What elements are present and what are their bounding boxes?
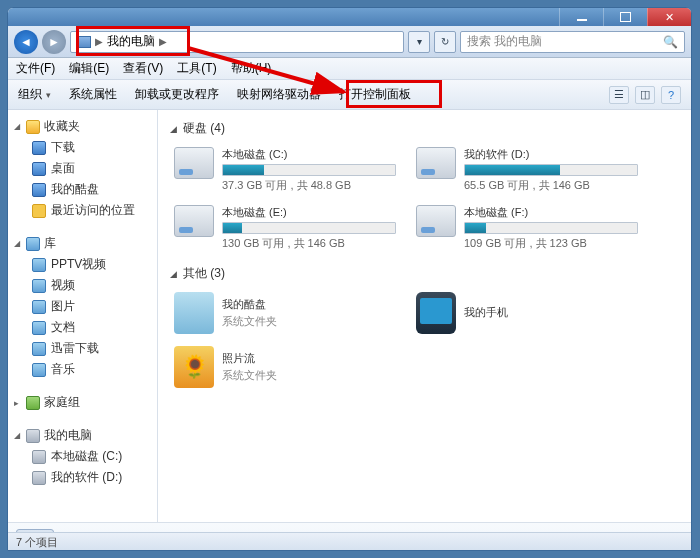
music-icon bbox=[32, 363, 46, 377]
navigation-bar: ◄ ► ▶ 我的电脑 ▶ ▾ ↻ 搜索 我的电脑 🔍 bbox=[8, 26, 691, 58]
breadcrumb-location[interactable]: 我的电脑 bbox=[107, 33, 155, 50]
star-icon bbox=[26, 120, 40, 134]
drive-icon bbox=[416, 147, 456, 179]
help-button[interactable]: ? bbox=[661, 86, 681, 104]
explorer-window: ◄ ► ▶ 我的电脑 ▶ ▾ ↻ 搜索 我的电脑 🔍 文件(F) 编辑(E) 查… bbox=[7, 7, 692, 551]
view-options-button[interactable]: ☰ bbox=[609, 86, 629, 104]
sidebar-group-favorites[interactable]: 收藏夹 bbox=[14, 118, 151, 135]
minimize-button[interactable] bbox=[559, 8, 603, 26]
other-item[interactable]: 我的手机 bbox=[412, 288, 642, 338]
organize-button[interactable]: 组织 bbox=[18, 86, 51, 103]
uninstall-programs-button[interactable]: 卸载或更改程序 bbox=[135, 86, 219, 103]
content-pane[interactable]: 硬盘 (4) 本地磁盘 (C:)37.3 GB 可用 , 共 48.8 GB我的… bbox=[158, 110, 691, 522]
search-input[interactable]: 搜索 我的电脑 🔍 bbox=[460, 31, 685, 53]
other-item[interactable]: 我的酷盘系统文件夹 bbox=[170, 288, 400, 338]
drive-item[interactable]: 本地磁盘 (F:)109 GB 可用 , 共 123 GB bbox=[412, 201, 642, 255]
other-name: 我的酷盘 bbox=[222, 297, 277, 312]
sidebar-item-drive-c[interactable]: 本地磁盘 (C:) bbox=[18, 446, 151, 467]
drive-name: 本地磁盘 (C:) bbox=[222, 147, 396, 162]
sidebar-group-computer[interactable]: 我的电脑 bbox=[14, 427, 151, 444]
sidebar-item-kupan[interactable]: 我的酷盘 bbox=[18, 179, 151, 200]
pictures-icon bbox=[32, 300, 46, 314]
sidebar-item-pptv[interactable]: PPTV视频 bbox=[18, 254, 151, 275]
back-button[interactable]: ◄ bbox=[14, 30, 38, 54]
menu-bar: 文件(F) 编辑(E) 查看(V) 工具(T) 帮助(H) bbox=[8, 58, 691, 80]
sidebar-group-libraries[interactable]: 库 bbox=[14, 235, 151, 252]
sidebar-item-pictures[interactable]: 图片 bbox=[18, 296, 151, 317]
video-icon bbox=[32, 279, 46, 293]
homegroup-icon bbox=[26, 396, 40, 410]
usage-bar bbox=[222, 164, 396, 176]
drive-name: 本地磁盘 (E:) bbox=[222, 205, 396, 220]
usage-text: 109 GB 可用 , 共 123 GB bbox=[464, 236, 638, 251]
preview-pane-button[interactable]: ◫ bbox=[635, 86, 655, 104]
other-name: 我的手机 bbox=[464, 305, 508, 320]
sidebar-item-xunlei[interactable]: 迅雷下载 bbox=[18, 338, 151, 359]
recent-icon bbox=[32, 204, 46, 218]
other-subtext: 系统文件夹 bbox=[222, 368, 277, 383]
usage-bar bbox=[464, 164, 638, 176]
breadcrumb-sep-icon: ▶ bbox=[159, 36, 167, 47]
drive-icon bbox=[174, 205, 214, 237]
documents-icon bbox=[32, 321, 46, 335]
menu-view[interactable]: 查看(V) bbox=[123, 60, 163, 77]
sidebar-group-homegroup[interactable]: 家庭组 bbox=[14, 394, 151, 411]
maximize-button[interactable] bbox=[603, 8, 647, 26]
desktop-icon bbox=[32, 162, 46, 176]
sidebar-item-videos[interactable]: 视频 bbox=[18, 275, 151, 296]
usage-bar bbox=[222, 222, 396, 234]
open-control-panel-button[interactable]: 打开控制面板 bbox=[339, 86, 411, 103]
folder-icon bbox=[174, 292, 214, 334]
computer-icon bbox=[77, 36, 91, 48]
drive-name: 我的软件 (D:) bbox=[464, 147, 638, 162]
drive-icon bbox=[174, 147, 214, 179]
map-network-drive-button[interactable]: 映射网络驱动器 bbox=[237, 86, 321, 103]
sidebar-item-documents[interactable]: 文档 bbox=[18, 317, 151, 338]
sidebar-item-drive-d[interactable]: 我的软件 (D:) bbox=[18, 467, 151, 488]
downloads-icon bbox=[32, 141, 46, 155]
sidebar-item-downloads[interactable]: 下载 bbox=[18, 137, 151, 158]
drive-name: 本地磁盘 (F:) bbox=[464, 205, 638, 220]
drive-item[interactable]: 本地磁盘 (E:)130 GB 可用 , 共 146 GB bbox=[170, 201, 400, 255]
breadcrumb-sep-icon: ▶ bbox=[95, 36, 103, 47]
titlebar bbox=[8, 8, 691, 26]
system-properties-button[interactable]: 系统属性 bbox=[69, 86, 117, 103]
address-bar[interactable]: ▶ 我的电脑 ▶ bbox=[70, 31, 404, 53]
download-icon bbox=[32, 342, 46, 356]
usage-text: 130 GB 可用 , 共 146 GB bbox=[222, 236, 396, 251]
navigation-pane[interactable]: 收藏夹 下载 桌面 我的酷盘 最近访问的位置 库 PPTV视频 视频 图片 文档… bbox=[8, 110, 158, 522]
menu-tools[interactable]: 工具(T) bbox=[177, 60, 216, 77]
forward-button[interactable]: ► bbox=[42, 30, 66, 54]
usage-text: 37.3 GB 可用 , 共 48.8 GB bbox=[222, 178, 396, 193]
usage-text: 65.5 GB 可用 , 共 146 GB bbox=[464, 178, 638, 193]
sidebar-item-desktop[interactable]: 桌面 bbox=[18, 158, 151, 179]
drive-icon bbox=[416, 205, 456, 237]
drive-item[interactable]: 我的软件 (D:)65.5 GB 可用 , 共 146 GB bbox=[412, 143, 642, 197]
video-icon bbox=[32, 258, 46, 272]
drives-grid: 本地磁盘 (C:)37.3 GB 可用 , 共 48.8 GB我的软件 (D:)… bbox=[170, 143, 679, 255]
section-others[interactable]: 其他 (3) bbox=[170, 265, 679, 282]
address-history-button[interactable]: ▾ bbox=[408, 31, 430, 53]
menu-file[interactable]: 文件(F) bbox=[16, 60, 55, 77]
section-drives[interactable]: 硬盘 (4) bbox=[170, 120, 679, 137]
libraries-icon bbox=[26, 237, 40, 251]
menu-edit[interactable]: 编辑(E) bbox=[69, 60, 109, 77]
photo-icon bbox=[174, 346, 214, 388]
others-grid: 我的酷盘系统文件夹我的手机照片流系统文件夹 bbox=[170, 288, 679, 392]
sidebar-item-music[interactable]: 音乐 bbox=[18, 359, 151, 380]
status-bar: 7 个项目 bbox=[8, 532, 691, 550]
status-text: 7 个项目 bbox=[16, 536, 58, 548]
menu-help[interactable]: 帮助(H) bbox=[231, 60, 272, 77]
search-placeholder: 搜索 我的电脑 bbox=[467, 33, 542, 50]
command-bar: 组织 系统属性 卸载或更改程序 映射网络驱动器 打开控制面板 ☰ ◫ ? bbox=[8, 80, 691, 110]
drive-item[interactable]: 本地磁盘 (C:)37.3 GB 可用 , 共 48.8 GB bbox=[170, 143, 400, 197]
sidebar-item-recent[interactable]: 最近访问的位置 bbox=[18, 200, 151, 221]
other-item[interactable]: 照片流系统文件夹 bbox=[170, 342, 400, 392]
cloud-disk-icon bbox=[32, 183, 46, 197]
drive-icon bbox=[32, 450, 46, 464]
search-icon: 🔍 bbox=[663, 35, 678, 49]
content-panes: 收藏夹 下载 桌面 我的酷盘 最近访问的位置 库 PPTV视频 视频 图片 文档… bbox=[8, 110, 691, 522]
refresh-button[interactable]: ↻ bbox=[434, 31, 456, 53]
other-name: 照片流 bbox=[222, 351, 277, 366]
close-button[interactable] bbox=[647, 8, 691, 26]
